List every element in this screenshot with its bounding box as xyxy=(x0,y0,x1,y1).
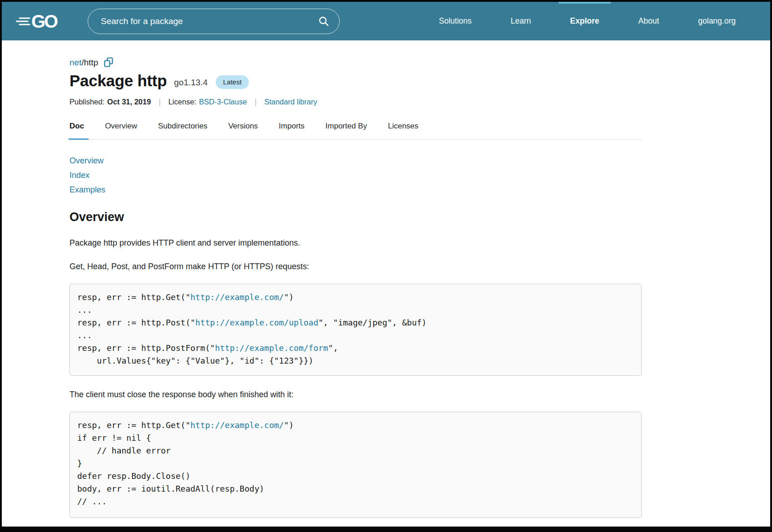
page-title: Package http xyxy=(69,72,167,90)
code-text: body, err := ioutil.ReadAll(resp.Body) xyxy=(77,484,264,493)
nav-item-explore[interactable]: Explore xyxy=(570,2,599,40)
nav-item-about[interactable]: About xyxy=(638,2,659,40)
code-text: ... xyxy=(77,305,92,315)
go-logo-icon: GO xyxy=(16,10,65,32)
search-form xyxy=(88,9,340,34)
code-url-link[interactable]: http://example.com/upload xyxy=(195,318,318,327)
doc-toc: Overview Index Examples xyxy=(69,153,643,197)
license-link[interactable]: BSD-3-Clause xyxy=(199,98,247,106)
code-text: ") xyxy=(284,420,294,430)
browser-viewport: GO Solutions Learn Explore About golang.… xyxy=(0,0,772,532)
breadcrumb-net-link[interactable]: net xyxy=(69,58,81,68)
tab-licenses[interactable]: Licenses xyxy=(388,114,418,139)
overview-paragraph-1: Package http provides HTTP client and se… xyxy=(69,238,643,248)
nav-item-learn[interactable]: Learn xyxy=(511,2,531,40)
code-text: ", "image/jpeg", &buf) xyxy=(318,318,426,327)
code-text: // ... xyxy=(77,497,107,506)
code-text: defer resp.Body.Close() xyxy=(77,471,190,481)
nav-item-solutions[interactable]: Solutions xyxy=(439,2,472,40)
code-line: body, err := ioutil.ReadAll(resp.Body) xyxy=(77,483,634,495)
package-tabs: Doc Overview Subdirectories Versions Imp… xyxy=(69,114,642,140)
svg-text:GO: GO xyxy=(31,11,58,31)
header-nav: Solutions Learn Explore About golang.org xyxy=(439,2,736,40)
copy-path-icon[interactable] xyxy=(104,57,114,68)
overview-paragraph-3: The client must close the response body … xyxy=(69,390,643,399)
tab-overview[interactable]: Overview xyxy=(105,114,137,139)
overview-paragraph-2: Get, Head, Post, and PostForm make HTTP … xyxy=(69,262,643,271)
code-line: defer resp.Body.Close() xyxy=(77,470,634,483)
license-label: License: xyxy=(168,98,196,106)
code-text: } xyxy=(77,458,82,468)
code-line: ... xyxy=(77,304,634,316)
code-line: resp, err := http.PostForm("http://examp… xyxy=(77,342,634,355)
breadcrumb-current: /http xyxy=(81,58,98,68)
standard-library-link[interactable]: Standard library xyxy=(264,98,317,106)
code-line: } xyxy=(77,457,634,470)
code-url-link[interactable]: http://example.com/ xyxy=(190,292,284,302)
package-meta-row: Published: Oct 31, 2019 | License: BSD-3… xyxy=(69,98,643,106)
published-label: Published: xyxy=(69,98,104,106)
code-line: resp, err := http.Get("http://example.co… xyxy=(77,419,634,432)
code-text: ") xyxy=(284,292,294,302)
code-line: // ... xyxy=(77,495,634,508)
toc-link-overview[interactable]: Overview xyxy=(69,153,104,168)
code-url-link[interactable]: http://example.com/form xyxy=(215,343,328,353)
nav-item-golang-org[interactable]: golang.org xyxy=(698,2,736,40)
search-icon[interactable] xyxy=(319,16,329,26)
code-line: url.Values{"key": {"Value"}, "id": {"123… xyxy=(77,355,634,367)
package-version: go1.13.4 xyxy=(174,78,208,88)
code-text: resp, err := http.Get(" xyxy=(77,292,190,302)
code-line: if err != nil { xyxy=(77,432,634,444)
go-logo[interactable]: GO xyxy=(16,10,65,32)
code-line: // handle error xyxy=(77,444,634,457)
code-text: resp, err := http.Post(" xyxy=(77,318,195,327)
code-line: resp, err := http.Post("http://example.c… xyxy=(77,316,634,329)
toc-link-index[interactable]: Index xyxy=(69,168,89,182)
tab-versions[interactable]: Versions xyxy=(228,114,258,139)
tab-imports[interactable]: Imports xyxy=(279,114,305,139)
tab-doc[interactable]: Doc xyxy=(69,114,84,139)
overview-heading: Overview xyxy=(69,210,643,224)
package-page: net/http Package http go1.13.4 Latest Pu… xyxy=(2,57,643,518)
meta-separator: | xyxy=(158,98,160,106)
code-text: ", xyxy=(328,343,338,353)
code-url-link[interactable]: http://example.com/ xyxy=(190,420,284,430)
package-title-row: Package http go1.13.4 Latest xyxy=(69,72,643,90)
code-line: ... xyxy=(77,329,634,342)
latest-badge[interactable]: Latest xyxy=(216,75,249,89)
code-example-requests: resp, err := http.Get("http://example.co… xyxy=(69,284,642,376)
code-text: // handle error xyxy=(77,446,171,455)
code-line: resp, err := http.Get("http://example.co… xyxy=(77,291,634,304)
code-text: ... xyxy=(77,330,92,340)
code-example-close-body: resp, err := http.Get("http://example.co… xyxy=(69,412,642,518)
search-input[interactable] xyxy=(88,9,340,34)
code-text: resp, err := http.Get(" xyxy=(77,420,190,430)
code-text: if err != nil { xyxy=(77,433,151,443)
toc-link-examples[interactable]: Examples xyxy=(69,182,105,197)
code-text: url.Values{"key": {"Value"}, "id": {"123… xyxy=(77,356,313,365)
published-date: Oct 31, 2019 xyxy=(107,98,151,106)
tab-subdirectories[interactable]: Subdirectories xyxy=(158,114,208,139)
code-text: resp, err := http.PostForm(" xyxy=(77,343,215,353)
site-header: GO Solutions Learn Explore About golang.… xyxy=(2,2,770,40)
tab-imported-by[interactable]: Imported By xyxy=(326,114,367,139)
breadcrumb: net/http xyxy=(69,57,643,68)
meta-separator: | xyxy=(255,98,257,106)
